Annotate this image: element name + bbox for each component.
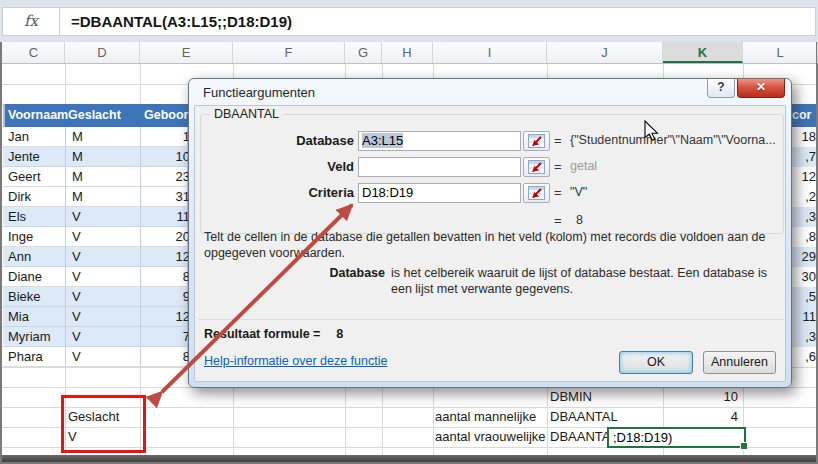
cell-name: Inge [8,227,33,247]
table-column-separator [65,167,66,187]
column-header-F[interactable]: F [233,42,345,63]
criteria-label: Criteria [252,185,354,200]
table-row-geert[interactable]: GeertM23 [3,167,188,187]
database-value: A3:L15 [362,133,403,148]
formula-equals: = [554,213,562,228]
table-row-bieke[interactable]: BiekeV9 [3,287,188,307]
cell-right-fragment[interactable]: 12 [792,167,816,187]
column-header-G[interactable]: G [345,42,382,63]
table-row-diane[interactable]: DianeV8 [3,267,188,287]
database-result: {"Studentnummer"\"Naam"\"Voorna... [570,133,783,147]
cell-right-fragment[interactable]: ,8 [792,227,816,247]
help-link[interactable]: Help-informatie over deze functie [204,354,387,368]
formula-bar[interactable]: fx =DBAANTAL(A3:L15;;D18:D19) [2,7,816,36]
table-column-separator [65,207,66,227]
table-column-separator [140,227,141,247]
cell-gender: V [68,267,81,287]
insert-function-icon[interactable]: fx [3,8,60,35]
cell-name: Myriam [8,327,51,347]
table-column-separator [65,327,66,347]
formula-input[interactable]: =DBAANTAL(A3:L15;;D18:D19) [71,8,292,35]
table-column-separator [65,247,66,267]
fill-handle[interactable] [740,442,748,450]
table-row-dirk[interactable]: DirkM31 [3,187,188,207]
cell-k18-value[interactable]: 4 [663,407,738,427]
table-column-separator [140,267,141,287]
database-input[interactable]: A3:L15 [358,131,521,151]
table-row-jente[interactable]: JenteM10 [3,147,188,167]
cell-date-fragment: 1 [143,127,190,147]
cell-right-fragment[interactable]: ,7 [792,147,816,167]
table-column-separator [65,127,66,147]
cell-date-fragment: 8 [143,267,190,287]
column-header-L[interactable]: L [743,42,818,63]
formula-result-value: 8 [576,213,789,227]
header-voornaam: Voornaam [8,104,68,127]
table-row-inge[interactable]: IngeV20 [3,227,188,247]
veld-equals: = [554,159,562,174]
function-description: Telt de cellen in de database die getall… [204,230,782,261]
cell-date-fragment: 23 [143,167,190,187]
table-column-separator [140,187,141,207]
cell-date-fragment: 12 [143,247,190,267]
cell-gender: V [68,327,81,347]
criteria-input[interactable]: D18:D19 [358,183,521,203]
cell-i18-label[interactable]: aantal mannelijke [435,407,546,427]
table-column-separator [140,347,141,367]
database-range-selector-button[interactable] [523,131,550,151]
cell-right-fragment[interactable]: ,6 [792,347,816,367]
cell-gender: M [68,187,83,207]
cell-j17-dbmin[interactable]: DBMIN [550,387,592,407]
cell-right-fragment[interactable]: ,5 [792,287,816,307]
table-row-phara[interactable]: PharaV8 [3,347,188,367]
table-column-separator [65,147,66,167]
table-column-separator [140,207,141,227]
cell-gender: V [68,307,81,327]
ok-button[interactable]: OK [619,351,693,374]
column-header-C[interactable]: C [3,42,65,63]
cell-date-fragment: 11 [143,207,190,227]
table-row-els[interactable]: ElsV11 [3,207,188,227]
table-header-row[interactable]: Voornaam Geslacht Geboor [3,104,188,127]
cell-name: Jan [8,127,29,147]
column-header-E[interactable]: E [140,42,233,63]
criteria-range-selector-button[interactable] [523,183,550,203]
cell-name: Bieke [8,287,41,307]
column-header-I[interactable]: I [433,42,547,63]
veld-input[interactable] [358,157,521,177]
dialog-close-button[interactable]: ✕ [737,79,785,98]
cell-right-fragment[interactable]: 30 [792,267,816,287]
cell-date-fragment: 8 [143,347,190,367]
active-edit-cell[interactable]: ;D18:D19) [607,427,746,448]
table-row-mia[interactable]: MiaV12 [3,307,188,327]
table-row-myriam[interactable]: MyriamV7 [3,327,188,347]
table-row-jan[interactable]: JanM1 [3,127,188,147]
column-header-K[interactable]: K [663,42,743,63]
dialog-help-button[interactable]: ? [707,79,735,98]
cell-right-fragment[interactable]: 11 [792,307,816,327]
cancel-button[interactable]: Annuleren [703,351,776,374]
cell-date-fragment: 7 [143,327,190,347]
column-header-H[interactable]: H [382,42,433,63]
function-name-label: DBAANTAL [210,107,283,121]
cell-gender: V [68,347,81,367]
cell-right-fragment[interactable]: ,3 [792,207,816,227]
cell-right-fragment[interactable]: 18 [792,127,816,147]
table-column-separator [65,267,66,287]
column-headers: CDEFGHIJKL [2,42,816,64]
column-header-D[interactable]: D [65,42,140,63]
dialog-content: DBAANTAL Database A3:L15 = {"Studentnumm… [194,105,786,382]
column-header-J[interactable]: J [547,42,663,63]
cell-right-fragment[interactable]: 29 [792,247,816,267]
cell-date-fragment: 9 [143,287,190,307]
cell-i19-label[interactable]: aantal vraouwelijke [435,427,546,447]
cell-j18-func[interactable]: DBAANTAL [550,407,618,427]
cell-right-fragment[interactable]: ,3 [792,327,816,347]
cell-right-fragment[interactable]: ,2 [792,187,816,207]
cell-k17-value[interactable]: 10 [663,387,738,407]
table-column-separator [65,287,66,307]
table-row-ann[interactable]: AnnV12 [3,247,188,267]
table-column-separator [140,287,141,307]
cell-date-fragment: 12 [143,307,190,327]
veld-range-selector-button[interactable] [523,157,550,177]
